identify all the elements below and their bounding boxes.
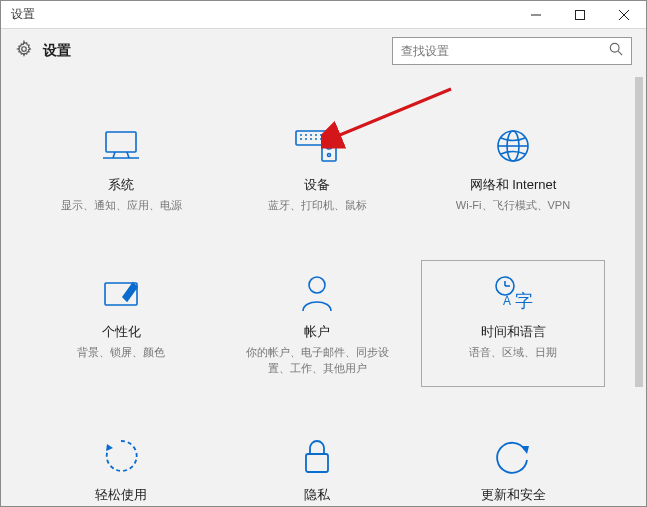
tile-update-security[interactable]: 更新和安全 (421, 423, 605, 506)
maximize-button[interactable] (558, 1, 602, 29)
search-icon (609, 42, 623, 60)
settings-window: 设置 设置 (0, 0, 647, 507)
content-area: 系统 显示、通知、应用、电源 设备 蓝牙、打印机、鼠标 (1, 73, 633, 506)
close-button[interactable] (602, 1, 646, 29)
privacy-icon (300, 434, 334, 478)
svg-point-5 (610, 43, 619, 52)
tile-accounts[interactable]: 帐户 你的帐户、电子邮件、同步设置、工作、其他用户 (225, 260, 409, 387)
svg-point-30 (309, 277, 325, 293)
update-icon (493, 434, 533, 478)
tile-title: 轻松使用 (95, 486, 147, 504)
svg-line-6 (618, 51, 622, 55)
accounts-icon (299, 271, 335, 315)
window-title: 设置 (1, 6, 35, 23)
network-icon (493, 124, 533, 168)
minimize-icon (531, 10, 541, 20)
tile-title: 帐户 (304, 323, 330, 341)
svg-rect-11 (296, 131, 330, 145)
system-icon (99, 124, 143, 168)
svg-marker-36 (106, 444, 113, 451)
scroll-thumb[interactable] (635, 77, 643, 387)
tile-title: 设备 (304, 176, 330, 194)
svg-marker-38 (521, 446, 529, 454)
vertical-scrollbar[interactable] (633, 73, 645, 505)
svg-text:A: A (503, 294, 511, 308)
search-input[interactable] (401, 44, 609, 58)
tile-network[interactable]: 网络和 Internet Wi-Fi、飞行模式、VPN (421, 113, 605, 224)
maximize-icon (575, 10, 585, 20)
tile-desc: 背景、锁屏、颜色 (77, 345, 165, 360)
close-icon (619, 10, 629, 20)
tile-title: 更新和安全 (481, 486, 546, 504)
tile-desc: 你的帐户、电子邮件、同步设置、工作、其他用户 (242, 345, 392, 376)
svg-text:字: 字 (515, 291, 533, 311)
tile-personalization[interactable]: 个性化 背景、锁屏、颜色 (29, 260, 213, 387)
search-box[interactable] (392, 37, 632, 65)
tile-title: 网络和 Internet (470, 176, 557, 194)
tile-ease-of-access[interactable]: 轻松使用 (29, 423, 213, 506)
page-title: 设置 (43, 42, 71, 60)
svg-rect-37 (306, 454, 328, 472)
settings-grid: 系统 显示、通知、应用、电源 设备 蓝牙、打印机、鼠标 (1, 73, 633, 506)
personalization-icon (99, 271, 143, 315)
tile-privacy[interactable]: 隐私 (225, 423, 409, 506)
tile-title: 时间和语言 (481, 323, 546, 341)
svg-line-9 (113, 152, 115, 158)
tile-desc: 语音、区域、日期 (469, 345, 557, 360)
devices-icon (292, 124, 342, 168)
header: 设置 (1, 29, 646, 73)
tile-devices[interactable]: 设备 蓝牙、打印机、鼠标 (225, 113, 409, 224)
tile-desc: 显示、通知、应用、电源 (61, 198, 182, 213)
window-controls (514, 1, 646, 29)
tile-title: 个性化 (102, 323, 141, 341)
svg-rect-1 (576, 10, 585, 19)
tile-title: 隐私 (304, 486, 330, 504)
svg-point-23 (326, 143, 332, 149)
svg-point-24 (328, 154, 331, 157)
svg-line-10 (127, 152, 129, 158)
tile-system[interactable]: 系统 显示、通知、应用、电源 (29, 113, 213, 224)
ease-of-access-icon (101, 434, 141, 478)
time-language-icon: 字 A (491, 271, 535, 315)
svg-rect-7 (106, 132, 136, 152)
svg-point-4 (22, 47, 27, 52)
tile-time-language[interactable]: 字 A 时间和语言 语音、区域、日期 (421, 260, 605, 387)
titlebar: 设置 (1, 1, 646, 29)
tile-title: 系统 (108, 176, 134, 194)
minimize-button[interactable] (514, 1, 558, 29)
gear-icon (15, 40, 33, 62)
tile-desc: Wi-Fi、飞行模式、VPN (456, 198, 570, 213)
tile-desc: 蓝牙、打印机、鼠标 (268, 198, 367, 213)
